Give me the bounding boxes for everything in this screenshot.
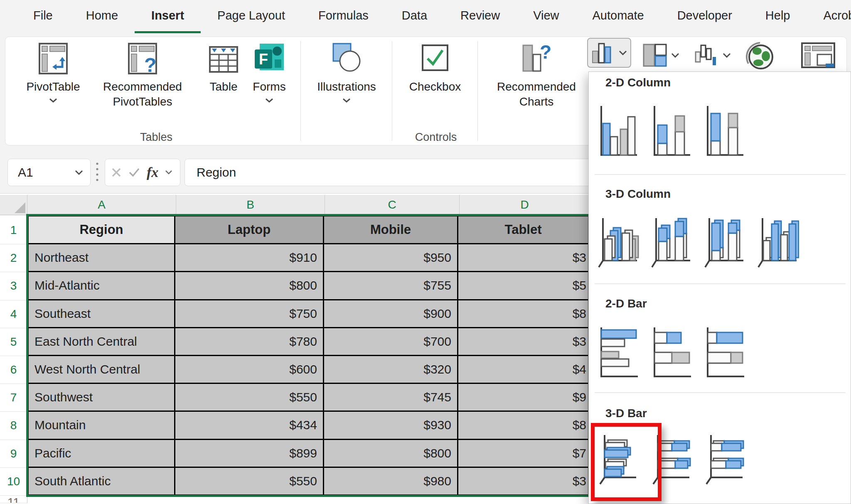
- row-header-5[interactable]: 5: [0, 328, 27, 356]
- chart-type-stacked-column[interactable]: [649, 103, 693, 158]
- row-header-1[interactable]: 1: [0, 216, 27, 244]
- cell-c8[interactable]: $930: [324, 412, 457, 438]
- cell-b6[interactable]: $600: [175, 356, 323, 383]
- cell-c6[interactable]: $320: [324, 356, 457, 383]
- cell-a4[interactable]: Southeast: [29, 300, 174, 327]
- cell-d5[interactable]: $3: [458, 328, 588, 355]
- column-header-a[interactable]: A: [27, 195, 176, 215]
- pivottable-icon: [37, 42, 69, 75]
- cell-a7[interactable]: Southwest: [29, 384, 174, 411]
- cancel-icon[interactable]: [111, 167, 122, 178]
- svg-text:F: F: [259, 51, 268, 68]
- tab-review[interactable]: Review: [444, 0, 517, 33]
- cell-c10[interactable]: $980: [324, 468, 457, 494]
- chevron-down-icon: [671, 53, 679, 58]
- cell-b1[interactable]: Laptop: [175, 216, 323, 243]
- insert-function-button[interactable]: fx: [147, 165, 158, 180]
- table-label: Table: [210, 79, 238, 94]
- cell-d10[interactable]: $3: [458, 468, 588, 494]
- cell-b9[interactable]: $899: [175, 440, 323, 467]
- column-chart-icon: [591, 41, 615, 64]
- forms-button[interactable]: F Forms: [240, 37, 298, 103]
- cell-d6[interactable]: $4: [458, 356, 588, 383]
- insert-map-chart-button[interactable]: [740, 37, 779, 74]
- cell-c5[interactable]: $700: [324, 328, 457, 355]
- cell-a9[interactable]: Pacific: [29, 440, 174, 467]
- cell-a1[interactable]: Region: [29, 216, 174, 243]
- chart-type-3d-clustered-column[interactable]: [596, 215, 639, 270]
- tab-formulas[interactable]: Formulas: [302, 0, 385, 33]
- cell-b7[interactable]: $550: [175, 384, 323, 411]
- tab-view[interactable]: View: [517, 0, 576, 33]
- cell-c2[interactable]: $950: [324, 244, 457, 271]
- enter-check-icon[interactable]: [128, 167, 140, 177]
- chart-type-clustered-bar[interactable]: [596, 325, 639, 380]
- chart-type-clustered-column[interactable]: [596, 103, 639, 158]
- cell-d1[interactable]: Tablet: [458, 216, 588, 243]
- row-header-3[interactable]: 3: [0, 272, 27, 300]
- column-header-d[interactable]: D: [460, 195, 590, 215]
- chart-type-3d-100-stacked-bar[interactable]: [703, 432, 746, 487]
- recommended-charts-button[interactable]: ? Recommended Charts: [487, 37, 586, 109]
- cell-a5[interactable]: East North Central: [29, 328, 174, 355]
- cell-c4[interactable]: $900: [324, 300, 457, 327]
- cell-c3[interactable]: $755: [324, 272, 457, 299]
- chart-type-3d-column[interactable]: [756, 215, 799, 270]
- chart-type-3d-100-stacked-column[interactable]: [703, 215, 746, 270]
- name-box[interactable]: A1: [7, 159, 91, 186]
- cell-d9[interactable]: $7: [458, 440, 588, 467]
- row-header-9[interactable]: 9: [0, 440, 27, 468]
- tab-file[interactable]: File: [17, 0, 69, 33]
- chart-type-100-stacked-bar[interactable]: [703, 325, 746, 380]
- recommended-pivottables-button[interactable]: ? Recommended PivotTables: [93, 37, 192, 109]
- cell-a8[interactable]: Mountain: [29, 412, 174, 438]
- illustrations-button[interactable]: Illustrations: [303, 37, 390, 103]
- cell-d7[interactable]: $9: [458, 384, 588, 411]
- row-header-6[interactable]: 6: [0, 356, 27, 384]
- row-header-8[interactable]: 8: [0, 412, 27, 440]
- cell-b4[interactable]: $750: [175, 300, 323, 327]
- tab-developer[interactable]: Developer: [661, 0, 749, 33]
- row-header-7[interactable]: 7: [0, 384, 27, 412]
- cell-a10[interactable]: South Atlantic: [29, 468, 174, 494]
- cell-b10[interactable]: $550: [175, 468, 323, 494]
- row-header-10[interactable]: 10: [0, 468, 27, 496]
- cell-d3[interactable]: $5: [458, 272, 588, 299]
- tab-page-layout[interactable]: Page Layout: [201, 0, 302, 33]
- insert-waterfall-chart-button[interactable]: [691, 41, 734, 69]
- cell-c1[interactable]: Mobile: [324, 216, 457, 243]
- row-header-2[interactable]: 2: [0, 244, 27, 272]
- column-header-b[interactable]: B: [176, 195, 325, 215]
- insert-hierarchy-chart-button[interactable]: [639, 41, 683, 69]
- tab-help[interactable]: Help: [749, 0, 807, 33]
- select-all-button[interactable]: [0, 195, 27, 215]
- cell-c9[interactable]: $800: [324, 440, 457, 467]
- column-header-c[interactable]: C: [325, 195, 460, 215]
- row-header-4[interactable]: 4: [0, 300, 27, 328]
- cell-b8[interactable]: $434: [175, 412, 323, 438]
- insert-column-or-bar-chart-button[interactable]: [587, 38, 631, 68]
- cell-d8[interactable]: $8: [458, 412, 588, 438]
- cell-a3[interactable]: Mid-Atlantic: [29, 272, 174, 299]
- row-header-11[interactable]: 11: [0, 496, 27, 503]
- cell-c7[interactable]: $745: [324, 384, 457, 411]
- tab-insert[interactable]: Insert: [135, 0, 201, 33]
- checkbox-button[interactable]: Checkbox: [398, 37, 472, 94]
- cell-d4[interactable]: $8: [458, 300, 588, 327]
- tab-data[interactable]: Data: [385, 0, 444, 33]
- chart-type-100-stacked-column[interactable]: [703, 103, 746, 158]
- chart-type-3d-stacked-column[interactable]: [649, 215, 693, 270]
- excel-window: File Home Insert Page Layout Formulas Da…: [0, 0, 851, 504]
- tab-home[interactable]: Home: [69, 0, 135, 33]
- cell-b2[interactable]: $910: [175, 244, 323, 271]
- tab-acrobat[interactable]: Acrobat: [807, 0, 851, 33]
- pivotchart-button[interactable]: [797, 39, 840, 71]
- tab-automate[interactable]: Automate: [576, 0, 661, 33]
- cell-a6[interactable]: West North Central: [29, 356, 174, 383]
- chart-type-stacked-bar[interactable]: [649, 325, 693, 380]
- pivottable-button[interactable]: PivotTable: [12, 37, 95, 103]
- cell-b3[interactable]: $800: [175, 272, 323, 299]
- cell-b5[interactable]: $780: [175, 328, 323, 355]
- cell-a2[interactable]: Northeast: [29, 244, 174, 271]
- cell-d2[interactable]: $3: [458, 244, 588, 271]
